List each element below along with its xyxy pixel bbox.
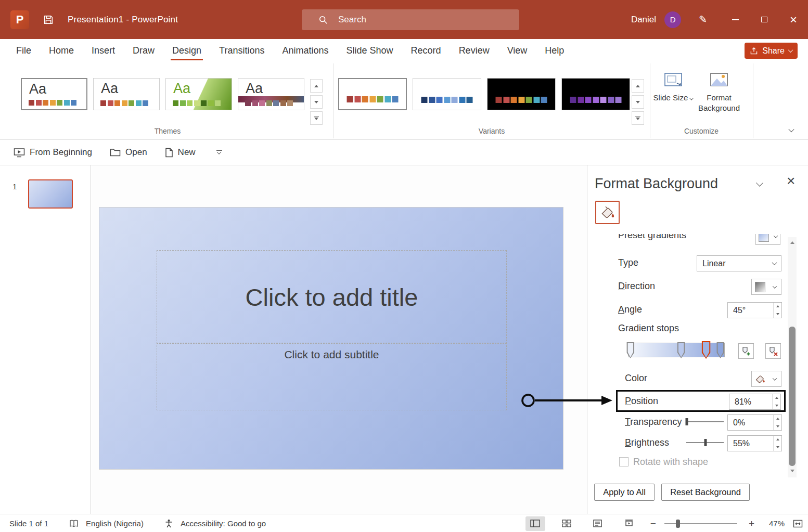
apply-to-all-button[interactable]: Apply to All	[594, 484, 655, 501]
variants-group-label: Variants	[336, 127, 648, 135]
variant-tile-4[interactable]	[561, 78, 630, 110]
variant-tile-2[interactable]	[413, 78, 481, 110]
transparency-increment-icon[interactable]	[774, 415, 781, 423]
preset-gradients-dropdown[interactable]	[755, 234, 780, 245]
themes-more-button[interactable]	[310, 111, 323, 125]
pane-scroll-down-icon[interactable]	[790, 470, 794, 472]
direction-dropdown[interactable]	[751, 279, 781, 295]
type-dropdown[interactable]: Linear	[697, 255, 781, 271]
accessibility-status[interactable]: Accessibility: Good to go	[181, 519, 266, 528]
gradient-stop-3[interactable]	[702, 341, 711, 359]
search-input[interactable]: Search	[302, 9, 519, 30]
menu-insert[interactable]: Insert	[83, 39, 124, 62]
pane-collapse-chevron-icon[interactable]	[756, 179, 763, 187]
fill-tab-button[interactable]	[595, 201, 620, 224]
quick-access-more-icon[interactable]	[216, 150, 222, 155]
variant-tile-1[interactable]	[338, 78, 407, 110]
zoom-in-icon[interactable]: +	[749, 518, 754, 529]
menu-record[interactable]: Record	[402, 39, 450, 62]
menu-animations[interactable]: Animations	[273, 39, 337, 62]
variants-more-button[interactable]	[632, 111, 644, 125]
zoom-level[interactable]: 47%	[764, 519, 785, 528]
variants-scroll-down-button[interactable]	[632, 95, 644, 109]
transparency-spinner[interactable]: 0%	[727, 414, 782, 431]
slide-info[interactable]: Slide 1 of 1	[9, 519, 48, 528]
slide-thumbnail[interactable]	[28, 179, 73, 209]
inking-pen-icon[interactable]: ✎	[699, 14, 707, 25]
zoom-slider[interactable]	[664, 523, 737, 524]
rotate-with-shape-checkbox[interactable]	[619, 457, 629, 466]
save-icon[interactable]	[43, 14, 54, 25]
slide-canvas[interactable]: Click to add title Click to add subtitle	[99, 207, 563, 470]
menu-slide-show[interactable]: Slide Show	[338, 39, 402, 62]
themes-scroll-down-button[interactable]	[310, 95, 323, 109]
brightness-decrement-icon[interactable]	[774, 444, 781, 451]
menu-design[interactable]: Design	[163, 39, 210, 62]
brightness-increment-icon[interactable]	[774, 436, 781, 444]
gradient-stop-1[interactable]	[626, 342, 634, 358]
slide-sorter-view-button[interactable]	[557, 516, 576, 531]
angle-spinner[interactable]: 45°	[727, 302, 782, 318]
normal-view-button[interactable]	[525, 516, 545, 531]
color-dropdown[interactable]	[751, 371, 781, 387]
zoom-slider-thumb[interactable]	[676, 520, 680, 528]
menu-help[interactable]: Help	[536, 39, 573, 62]
open-button[interactable]: Open	[110, 147, 147, 158]
pane-scrollbar-thumb[interactable]	[789, 327, 796, 466]
accessibility-icon[interactable]	[164, 519, 173, 528]
minimize-button[interactable]	[721, 0, 750, 39]
subtitle-placeholder[interactable]: Click to add subtitle	[157, 343, 507, 410]
zoom-out-icon[interactable]: −	[650, 518, 656, 529]
slide-size-button[interactable]: Slide Size	[657, 72, 690, 103]
user-name[interactable]: Daniel	[631, 15, 656, 25]
theme-tile-2[interactable]: Aa	[93, 78, 160, 110]
menu-home[interactable]: Home	[40, 39, 83, 62]
share-button[interactable]: Share	[745, 43, 798, 59]
reset-background-button[interactable]: Reset Background	[661, 484, 750, 501]
transparency-slider-thumb[interactable]	[686, 418, 688, 425]
theme-tile-1[interactable]: Aa	[21, 78, 87, 110]
gradient-stops-bar[interactable]	[628, 343, 725, 357]
reading-view-button[interactable]	[588, 516, 608, 531]
new-button[interactable]: New	[165, 147, 196, 158]
pane-close-icon[interactable]: ×	[787, 174, 795, 188]
menu-review[interactable]: Review	[450, 39, 498, 62]
position-spinner[interactable]: 81%	[729, 394, 781, 410]
menu-draw[interactable]: Draw	[124, 39, 163, 62]
menu-transitions[interactable]: Transitions	[210, 39, 273, 62]
brightness-spinner[interactable]: 55%	[727, 435, 782, 451]
transparency-slider[interactable]	[686, 421, 724, 423]
themes-scroll-up-button[interactable]	[310, 79, 323, 93]
language-status[interactable]: English (Nigeria)	[86, 519, 144, 528]
transparency-decrement-icon[interactable]	[774, 423, 781, 431]
share-dropdown-chevron-icon[interactable]	[788, 47, 793, 53]
pane-scroll-up-icon[interactable]	[790, 241, 794, 244]
angle-increment-icon[interactable]	[774, 303, 781, 310]
gradient-stop-4[interactable]	[716, 342, 724, 358]
collapse-ribbon-chevron-icon[interactable]	[788, 126, 794, 132]
from-beginning-button[interactable]: From Beginning	[14, 147, 92, 158]
position-decrement-icon[interactable]	[773, 402, 780, 410]
variant-tile-3[interactable]	[487, 78, 556, 110]
fit-to-window-icon[interactable]	[793, 520, 803, 528]
add-gradient-stop-button[interactable]	[738, 343, 754, 359]
close-button[interactable]: ×	[779, 0, 808, 39]
brightness-slider[interactable]	[686, 442, 724, 444]
proofing-icon[interactable]	[69, 520, 79, 528]
slide-show-button[interactable]	[619, 516, 639, 531]
menu-view[interactable]: View	[498, 39, 536, 62]
format-background-ribbon-button[interactable]: Format Background	[697, 72, 741, 114]
status-bar: Slide 1 of 1 English (Nigeria) Accessibi…	[0, 514, 808, 532]
theme-tile-3[interactable]: Aa	[165, 78, 232, 110]
variants-scroll-up-button[interactable]	[632, 79, 644, 93]
theme-tile-4[interactable]: Aa	[238, 78, 304, 110]
position-increment-icon[interactable]	[773, 394, 780, 402]
user-avatar[interactable]: D	[664, 11, 681, 28]
remove-gradient-stop-button[interactable]	[765, 343, 781, 359]
gradient-stop-2[interactable]	[677, 342, 685, 358]
title-placeholder[interactable]: Click to add title	[157, 250, 507, 344]
maximize-button[interactable]	[750, 0, 779, 39]
brightness-slider-thumb[interactable]	[704, 439, 707, 446]
menu-file[interactable]: File	[7, 39, 40, 62]
angle-decrement-icon[interactable]	[774, 310, 781, 318]
